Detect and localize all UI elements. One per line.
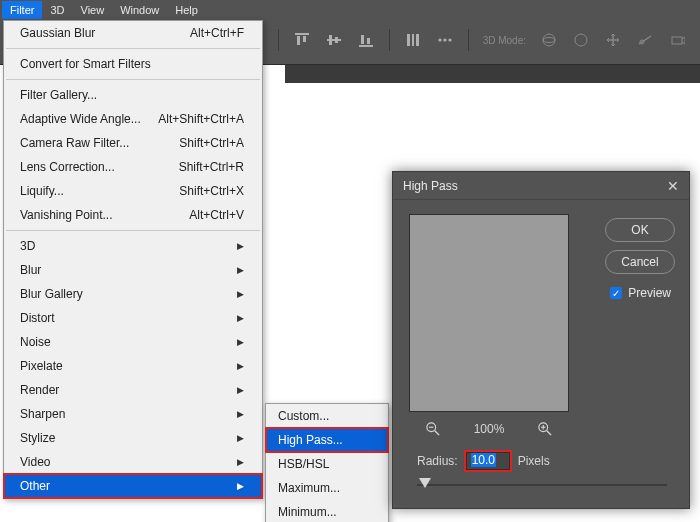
checkbox-checked-icon: ✓	[610, 287, 622, 299]
menu-blur-sub[interactable]: Blur▶	[4, 258, 262, 282]
distribute-icon[interactable]	[404, 31, 422, 49]
svg-point-15	[543, 34, 555, 46]
slider-thumb[interactable]	[419, 478, 431, 488]
cancel-button[interactable]: Cancel	[605, 250, 675, 274]
submenu-hsb-hsl[interactable]: HSB/HSL	[266, 452, 388, 476]
svg-point-17	[575, 34, 587, 46]
chevron-right-icon: ▶	[237, 382, 244, 398]
radius-input[interactable]: 10.0	[466, 452, 510, 470]
svg-rect-19	[672, 37, 682, 44]
svg-rect-6	[359, 45, 373, 47]
chevron-right-icon: ▶	[237, 238, 244, 254]
preview-canvas[interactable]	[409, 214, 569, 412]
svg-point-14	[448, 38, 451, 41]
menu-lens-correction[interactable]: Lens Correction...Shift+Ctrl+R	[4, 155, 262, 179]
menu-video-sub[interactable]: Video▶	[4, 450, 262, 474]
document-tab-bar	[285, 65, 700, 83]
radius-unit: Pixels	[518, 454, 550, 468]
menu-other-sub[interactable]: Other▶	[4, 474, 262, 498]
chevron-right-icon: ▶	[237, 406, 244, 422]
svg-rect-2	[303, 36, 306, 42]
3d-orbit-icon[interactable]	[540, 31, 558, 49]
radius-slider[interactable]	[417, 478, 667, 490]
dialog-title: High Pass	[403, 179, 458, 193]
chevron-right-icon: ▶	[237, 358, 244, 374]
menu-separator	[6, 79, 260, 80]
menu-last-filter[interactable]: Gaussian BlurAlt+Ctrl+F	[4, 21, 262, 45]
svg-rect-11	[416, 34, 419, 46]
preview-checkbox[interactable]: ✓ Preview	[610, 286, 671, 300]
chevron-right-icon: ▶	[237, 310, 244, 326]
menu-noise-sub[interactable]: Noise▶	[4, 330, 262, 354]
menu-distort-sub[interactable]: Distort▶	[4, 306, 262, 330]
other-submenu: Custom... High Pass... HSB/HSL Maximum..…	[265, 403, 389, 522]
chevron-right-icon: ▶	[237, 454, 244, 470]
svg-point-13	[443, 38, 446, 41]
menu-render-sub[interactable]: Render▶	[4, 378, 262, 402]
3d-roll-icon[interactable]	[572, 31, 590, 49]
3d-mode-label: 3D Mode:	[483, 35, 526, 46]
svg-line-24	[547, 431, 551, 435]
svg-line-21	[435, 431, 439, 435]
menu-stylize-sub[interactable]: Stylize▶	[4, 426, 262, 450]
submenu-high-pass[interactable]: High Pass...	[266, 428, 388, 452]
close-icon[interactable]: ✕	[667, 178, 679, 194]
toolbar-separator	[278, 29, 279, 51]
menu-separator	[6, 230, 260, 231]
menu-filter-gallery[interactable]: Filter Gallery...	[4, 83, 262, 107]
radius-row: Radius: 10.0 Pixels	[417, 452, 667, 470]
menu-view[interactable]: View	[73, 1, 113, 19]
preview-label: Preview	[628, 286, 671, 300]
svg-rect-5	[335, 37, 338, 43]
menu-convert-smart[interactable]: Convert for Smart Filters	[4, 52, 262, 76]
svg-rect-0	[295, 33, 309, 35]
dialog-titlebar[interactable]: High Pass ✕	[393, 172, 689, 200]
menu-3d[interactable]: 3D	[42, 1, 72, 19]
chevron-right-icon: ▶	[237, 478, 244, 494]
submenu-custom[interactable]: Custom...	[266, 404, 388, 428]
radius-label: Radius:	[417, 454, 458, 468]
svg-rect-7	[361, 35, 364, 44]
submenu-maximum[interactable]: Maximum...	[266, 476, 388, 500]
menu-camera-raw[interactable]: Camera Raw Filter...Shift+Ctrl+A	[4, 131, 262, 155]
svg-point-12	[438, 38, 441, 41]
menu-vanishing-point[interactable]: Vanishing Point...Alt+Ctrl+V	[4, 203, 262, 227]
submenu-minimum[interactable]: Minimum...	[266, 500, 388, 522]
menu-pixelate-sub[interactable]: Pixelate▶	[4, 354, 262, 378]
toolbar-separator	[468, 29, 469, 51]
zoom-out-icon[interactable]	[426, 422, 440, 436]
menu-separator	[6, 48, 260, 49]
svg-point-16	[543, 38, 555, 43]
chevron-right-icon: ▶	[237, 286, 244, 302]
menu-blur-gallery-sub[interactable]: Blur Gallery▶	[4, 282, 262, 306]
menu-window[interactable]: Window	[112, 1, 167, 19]
menu-3d-sub[interactable]: 3D▶	[4, 234, 262, 258]
3d-pan-icon[interactable]	[604, 31, 622, 49]
chevron-right-icon: ▶	[237, 430, 244, 446]
menu-adaptive-wide-angle[interactable]: Adaptive Wide Angle...Alt+Shift+Ctrl+A	[4, 107, 262, 131]
menu-filter[interactable]: Filter	[2, 1, 42, 19]
zoom-in-icon[interactable]	[538, 422, 552, 436]
svg-rect-4	[329, 35, 332, 45]
ok-button[interactable]: OK	[605, 218, 675, 242]
toolbar-separator	[389, 29, 390, 51]
chevron-right-icon: ▶	[237, 262, 244, 278]
svg-rect-9	[407, 34, 410, 46]
slider-track	[417, 484, 667, 486]
align-bottom-icon[interactable]	[357, 31, 375, 49]
svg-rect-8	[367, 38, 370, 44]
align-middle-icon[interactable]	[325, 31, 343, 49]
zoom-controls: 100%	[409, 422, 569, 436]
high-pass-dialog: High Pass ✕ OK Cancel ✓ Preview 100% Rad…	[392, 171, 690, 509]
svg-rect-1	[297, 36, 300, 45]
menu-help[interactable]: Help	[167, 1, 206, 19]
align-top-icon[interactable]	[293, 31, 311, 49]
zoom-level: 100%	[474, 422, 505, 436]
3d-zoom-icon[interactable]	[668, 31, 686, 49]
more-icon[interactable]	[436, 31, 454, 49]
chevron-right-icon: ▶	[237, 334, 244, 350]
menu-sharpen-sub[interactable]: Sharpen▶	[4, 402, 262, 426]
menu-liquify[interactable]: Liquify...Shift+Ctrl+X	[4, 179, 262, 203]
svg-rect-10	[412, 34, 414, 46]
3d-slide-icon[interactable]	[636, 31, 654, 49]
